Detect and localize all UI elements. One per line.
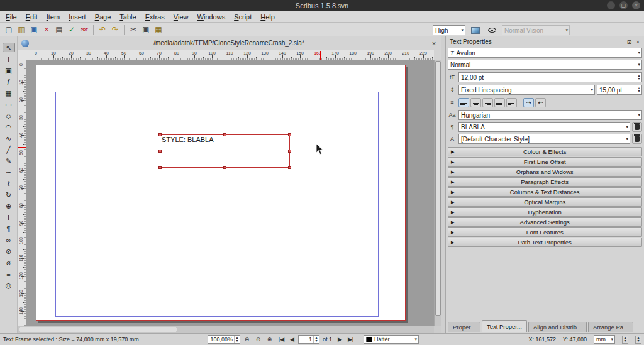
tool-insert-polygon[interactable]: ◇ <box>3 111 15 120</box>
frame-handle[interactable] <box>158 166 162 169</box>
tool-copy-item-properties[interactable]: ≡ <box>3 269 15 278</box>
open-document-button[interactable]: ▥ <box>15 24 28 35</box>
tool-insert-spiral[interactable]: ∿ <box>3 133 15 143</box>
section-advanced-settings[interactable]: ▶Advanced Settings <box>448 217 642 227</box>
menu-view[interactable]: View <box>169 12 193 22</box>
last-page-button[interactable]: ▶| <box>346 336 355 342</box>
direction-rtl-button[interactable]: ⇠ <box>535 98 546 107</box>
menu-page[interactable]: Page <box>91 12 116 22</box>
frame-handle[interactable] <box>223 133 226 136</box>
tool-insert-image-frame[interactable]: ▣ <box>3 65 15 75</box>
preview-mode-button[interactable] <box>486 25 498 36</box>
remove-character-style-button[interactable] <box>632 134 642 144</box>
tool-insert-bezier[interactable]: ✎ <box>3 156 15 165</box>
linespacing-mode-select[interactable]: Fixed Linespacing <box>458 85 595 95</box>
panel-float-icon[interactable]: ⊡ <box>626 39 633 45</box>
frame-handle[interactable] <box>288 133 291 136</box>
zoom-100-button[interactable]: ⊙ <box>253 336 263 342</box>
canvas[interactable]: STYLE: BLABLA <box>26 60 434 326</box>
document-tab[interactable]: /media/adatok/TEMP/CloneStyleRenameCrash… <box>18 36 441 50</box>
font-family-select[interactable]: T Avalon <box>448 48 642 58</box>
align-left-button[interactable] <box>458 98 469 107</box>
section-paragraph-effects[interactable]: ▶Paragraph Effects <box>448 177 642 187</box>
align-justify-button[interactable] <box>494 98 505 107</box>
tool-edit-text-story[interactable]: ¶ <box>3 224 15 233</box>
direction-ltr-button[interactable]: ⇢ <box>523 98 534 107</box>
remove-paragraph-style-button[interactable] <box>632 122 642 132</box>
menu-windows[interactable]: Windows <box>193 12 230 22</box>
next-page-button[interactable]: ▶ <box>335 336 345 342</box>
first-page-button[interactable]: |◀ <box>277 336 286 342</box>
tool-insert-freehand[interactable]: ∼ <box>3 167 15 177</box>
coordinate-spinner[interactable] <box>635 336 641 344</box>
section-font-features[interactable]: ▶Font Features <box>448 227 642 237</box>
print-document-button[interactable]: ▤ <box>53 24 65 35</box>
section-first-line-offset[interactable]: ▶First Line Offset <box>448 157 642 167</box>
layer-select[interactable]: Háttér <box>364 335 419 344</box>
preview-quality-select[interactable]: High <box>433 25 465 35</box>
zoom-spinner[interactable] <box>234 336 240 343</box>
export-pdf-button[interactable]: PDF <box>78 24 91 35</box>
preflight-verifier-button[interactable]: ✓ <box>65 24 78 35</box>
align-force-button[interactable] <box>506 98 517 107</box>
tool-edit-contents[interactable]: I <box>3 212 15 222</box>
paragraph-style-select[interactable]: BLABLA <box>458 122 630 132</box>
horizontal-scrollbar[interactable] <box>18 326 434 333</box>
panel-tab-align-and-distrib[interactable]: Align and Distrib... <box>528 322 587 332</box>
coordinate-spinner[interactable] <box>622 336 628 344</box>
align-center-button[interactable] <box>470 98 481 107</box>
tool-insert-calligraphic[interactable]: ℓ <box>3 178 15 188</box>
vertical-scrollbar-thumb[interactable] <box>435 61 441 316</box>
language-select[interactable]: Hungarian <box>458 110 642 120</box>
tool-zoom[interactable]: ⊕ <box>3 201 15 211</box>
zoom-out-button[interactable]: ⊖ <box>242 336 252 342</box>
tool-insert-arc[interactable]: ◠ <box>3 122 15 131</box>
frame-handle[interactable] <box>223 166 226 169</box>
align-right-button[interactable] <box>482 98 493 107</box>
section-path-text-properties[interactable]: ▶Path Text Properties <box>448 238 642 247</box>
maximize-button[interactable]: ▢ <box>619 1 628 9</box>
redo-button[interactable]: ↷ <box>109 24 121 35</box>
menu-help[interactable]: Help <box>256 12 279 22</box>
section-orphans-and-widows[interactable]: ▶Orphans and Widows <box>448 167 642 177</box>
panel-close-icon[interactable]: × <box>635 39 641 45</box>
unit-select[interactable]: mm <box>594 335 615 344</box>
tool-insert-line[interactable]: ╱ <box>3 145 15 154</box>
vertical-scrollbar[interactable] <box>434 60 441 326</box>
close-button[interactable]: × <box>632 1 640 9</box>
section-optical-margins[interactable]: ▶Optical Margins <box>448 197 642 207</box>
save-document-button[interactable]: ▣ <box>28 24 40 35</box>
menu-file[interactable]: File <box>1 12 21 22</box>
text-frame[interactable]: STYLE: BLABLA <box>160 134 290 168</box>
horizontal-scrollbar-thumb[interactable] <box>19 327 177 332</box>
tool-insert-render-frame[interactable]: ƒ <box>3 77 15 86</box>
close-document-button[interactable]: × <box>40 24 53 35</box>
page-number-input[interactable]: 1 <box>298 335 319 344</box>
tool-eye-dropper[interactable]: ◎ <box>3 280 15 290</box>
preview-image-button[interactable] <box>469 25 482 36</box>
frame-handle[interactable] <box>288 150 291 153</box>
font-style-select[interactable]: Normal <box>448 60 642 70</box>
paste-button[interactable]: ▦ <box>152 24 165 35</box>
section-colour-effects[interactable]: ▶Colour & Effects <box>448 147 642 156</box>
frame-handle[interactable] <box>158 133 162 136</box>
tool-insert-shape[interactable]: ▭ <box>3 99 15 109</box>
zoom-input[interactable]: 100,00% <box>208 335 240 344</box>
page-spinner[interactable] <box>313 336 319 343</box>
menu-extras[interactable]: Extras <box>141 12 169 22</box>
font-size-spinner[interactable] <box>636 73 641 82</box>
page[interactable]: STYLE: BLABLA <box>36 65 406 321</box>
panel-tab-text-proper[interactable]: Text Proper... <box>482 320 527 332</box>
tool-measurements[interactable]: ⌀ <box>3 258 15 267</box>
tool-link-text-frames[interactable]: ∞ <box>3 235 15 244</box>
character-style-select[interactable]: [Default Character Style] <box>458 134 630 144</box>
tool-rotate-item[interactable]: ↻ <box>3 190 15 199</box>
minimize-button[interactable]: – <box>607 1 615 9</box>
menu-script[interactable]: Script <box>230 12 256 22</box>
linespacing-input[interactable]: 15,00 pt <box>597 85 642 95</box>
tool-unlink-text-frames[interactable]: ⊘ <box>3 246 15 256</box>
previous-page-button[interactable]: ◀ <box>287 336 297 342</box>
undo-button[interactable]: ↶ <box>96 24 109 35</box>
section-columns-text-distances[interactable]: ▶Columns & Text Distances <box>448 187 642 197</box>
menu-insert[interactable]: Insert <box>64 12 91 22</box>
